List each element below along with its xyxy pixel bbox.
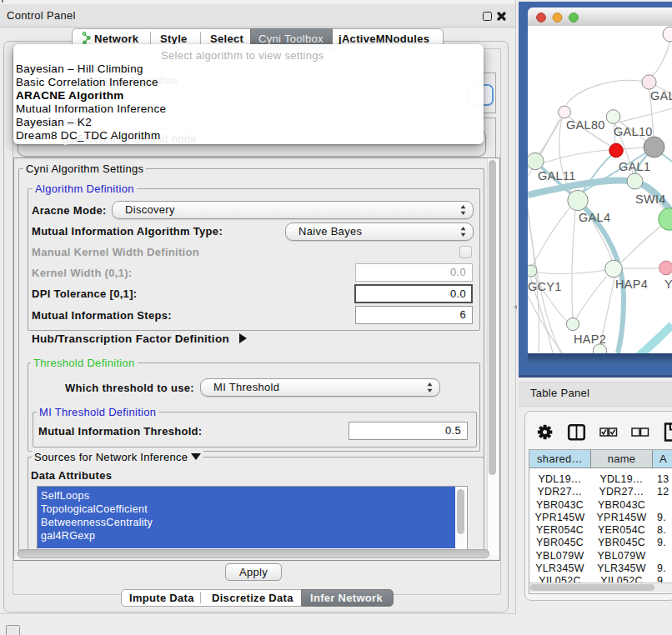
svg-text:GAL80: GAL80 (566, 118, 605, 132)
svg-text:Y: Y (664, 278, 672, 291)
svg-text:GAL1: GAL1 (619, 160, 650, 173)
svg-text:GAL2: GAL2 (650, 89, 672, 102)
svg-text:GAL4: GAL4 (579, 211, 610, 224)
svg-text:HAP4: HAP4 (615, 278, 648, 291)
svg-text:HAP2: HAP2 (574, 332, 606, 346)
svg-text:GAL11: GAL11 (538, 169, 576, 182)
svg-text:SWI4: SWI4 (635, 192, 666, 206)
svg-text:GAL10: GAL10 (614, 125, 653, 138)
svg-text:GCY1: GCY1 (528, 280, 562, 293)
